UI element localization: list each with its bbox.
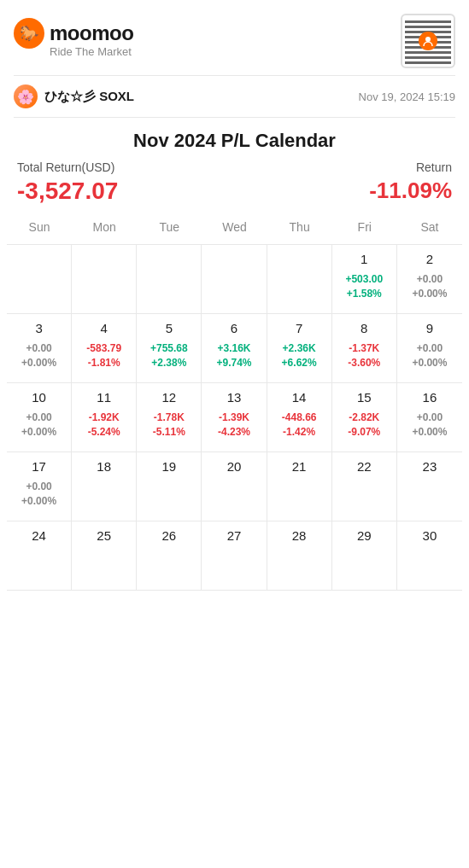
- calendar-day-headers: Sun Mon Tue Wed Thu Fri Sat: [7, 215, 462, 239]
- return-label: Return: [369, 160, 452, 174]
- return-pct-value: -11.09%: [369, 178, 452, 204]
- calendar-body: 1 +503.00 +1.58% 2 +0.00 +0.00% 3 +0.00 …: [7, 244, 462, 591]
- week-3: 10 +0.00 +0.00% 11 -1.92K -5.24% 12 -1.7…: [7, 382, 462, 451]
- cal-cell-1: 1 +503.00 +1.58%: [332, 245, 397, 313]
- user-name: ひな☆彡 SOXL: [44, 89, 134, 105]
- header-fri: Fri: [332, 215, 397, 239]
- week-5: 24 25 26 27 28 29 30: [7, 521, 462, 591]
- cal-cell-16: 16 +0.00 +0.00%: [397, 383, 462, 451]
- header-tue: Tue: [137, 215, 202, 239]
- cal-cell-15: 15 -2.82K -9.07%: [332, 383, 397, 451]
- return-pct-section: Return -11.09%: [369, 160, 452, 204]
- cal-cell-23: 23: [397, 452, 462, 521]
- week-4: 17 +0.00 +0.00% 18 19 20 21 22 23: [7, 451, 462, 521]
- user-bar: 🌸 ひな☆彡 SOXL Nov 19, 2024 15:19: [0, 76, 469, 117]
- cal-cell-12: 12 -1.78K -5.11%: [137, 383, 202, 451]
- cal-cell-empty: [72, 245, 137, 313]
- calendar: Sun Mon Tue Wed Thu Fri Sat 1 +503.00 +1…: [0, 215, 469, 591]
- header-mon: Mon: [72, 215, 137, 239]
- return-summary: Total Return(USD) -3,527.07 Return -11.0…: [0, 160, 469, 215]
- header-thu: Thu: [267, 215, 332, 239]
- cal-cell-24: 24: [7, 521, 72, 590]
- logo-text: moomoo: [50, 21, 133, 45]
- cal-cell-13: 13 -1.39K -4.23%: [202, 383, 267, 451]
- header-wed: Wed: [202, 215, 267, 239]
- calendar-title: Nov 2024 P/L Calendar: [0, 118, 469, 160]
- timestamp: Nov 19, 2024 15:19: [359, 90, 455, 103]
- cal-cell-14: 14 -448.66 -1.42%: [267, 383, 332, 451]
- header: 🐎 moomoo Ride The Market: [0, 0, 469, 75]
- cal-cell-22: 22: [332, 452, 397, 521]
- cal-cell-21: 21: [267, 452, 332, 521]
- cal-cell-17: 17 +0.00 +0.00%: [7, 452, 72, 521]
- moomoo-logo-icon: 🐎: [14, 18, 44, 49]
- cal-cell-7: 7 +2.36K +6.62%: [267, 314, 332, 382]
- user-info: 🌸 ひな☆彡 SOXL: [14, 84, 134, 108]
- cal-cell-27: 27: [202, 521, 267, 590]
- cal-cell-2: 2 +0.00 +0.00%: [397, 245, 462, 313]
- week-2: 3 +0.00 +0.00% 4 -583.79 -1.81% 5 +755.6…: [7, 313, 462, 382]
- week-1: 1 +503.00 +1.58% 2 +0.00 +0.00%: [7, 244, 462, 313]
- qr-code: [401, 14, 455, 68]
- cal-cell-28: 28: [267, 521, 332, 590]
- cal-cell-20: 20: [202, 452, 267, 521]
- cal-cell-18: 18: [72, 452, 137, 521]
- cal-cell-4: 4 -583.79 -1.81%: [72, 314, 137, 382]
- cal-cell-30: 30: [397, 521, 462, 590]
- avatar: 🌸: [14, 84, 38, 108]
- header-sat: Sat: [397, 215, 462, 239]
- cal-cell-3: 3 +0.00 +0.00%: [7, 314, 72, 382]
- cal-cell-5: 5 +755.68 +2.38%: [137, 314, 202, 382]
- total-return-value: -3,527.07: [17, 178, 118, 205]
- cal-cell-empty: [7, 245, 72, 313]
- cal-cell-11: 11 -1.92K -5.24%: [72, 383, 137, 451]
- cal-cell-8: 8 -1.37K -3.60%: [332, 314, 397, 382]
- total-return-section: Total Return(USD) -3,527.07: [17, 160, 118, 205]
- cal-cell-26: 26: [137, 521, 202, 590]
- cal-cell-29: 29: [332, 521, 397, 590]
- cal-cell-empty: [267, 245, 332, 313]
- cal-cell-10: 10 +0.00 +0.00%: [7, 383, 72, 451]
- logo-area: 🐎 moomoo: [14, 18, 133, 49]
- svg-point-2: [425, 37, 431, 42]
- cal-cell-9: 9 +0.00 +0.00%: [397, 314, 462, 382]
- total-return-label: Total Return(USD): [17, 160, 118, 174]
- cal-cell-25: 25: [72, 521, 137, 590]
- cal-cell-6: 6 +3.16K +9.74%: [202, 314, 267, 382]
- header-sun: Sun: [7, 215, 72, 239]
- svg-text:🐎: 🐎: [20, 24, 39, 43]
- cal-cell-empty: [137, 245, 202, 313]
- cal-cell-19: 19: [137, 452, 202, 521]
- cal-cell-empty: [202, 245, 267, 313]
